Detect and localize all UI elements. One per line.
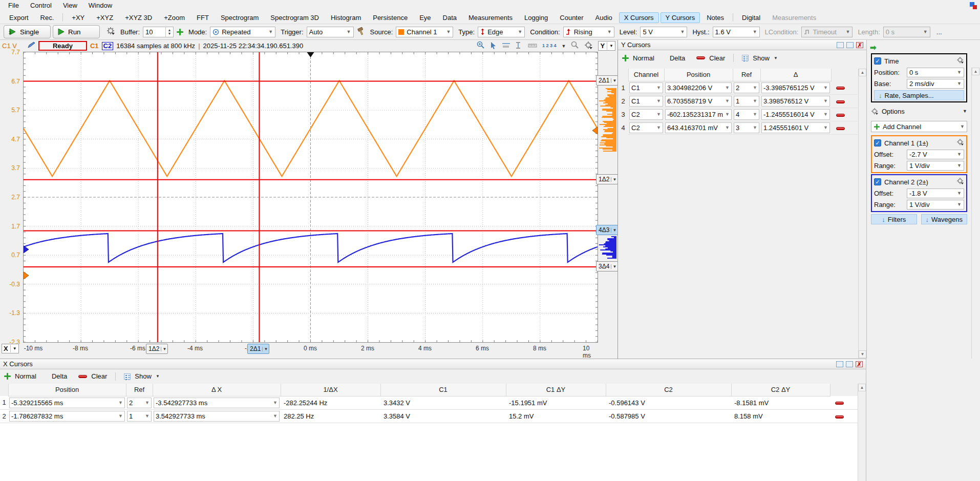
view-tab-spectrogram-3d[interactable]: Spectrogram 3D	[265, 12, 324, 23]
x-show-icon[interactable]	[124, 373, 131, 380]
view-tab--zoom[interactable]: +Zoom	[159, 12, 190, 23]
view-tab-notes[interactable]: Notes	[701, 12, 729, 23]
filters-button[interactable]: ↓Filters	[871, 214, 917, 224]
x-delta-box-1Δ2[interactable]: 1Δ2▼	[146, 344, 168, 354]
x-cursor-ref-select[interactable]: 2▼	[127, 398, 152, 408]
menu-view[interactable]: View	[58, 0, 82, 11]
waveform-plot[interactable]	[23, 52, 598, 343]
measure-dropdown-icon[interactable]: ▼	[561, 44, 566, 49]
y-clear-icon[interactable]	[696, 56, 705, 59]
view-tab--xy[interactable]: +XY	[67, 12, 90, 23]
y-cursor-channel-select[interactable]: C2▼	[629, 122, 663, 133]
wavegens-button[interactable]: ↓Wavegens	[921, 214, 967, 224]
channel2-offset-select[interactable]: -1.8 V▼	[907, 189, 964, 198]
y-cursor-position-select[interactable]: 3.304982206 V▼	[665, 82, 732, 93]
channel1-offset-select[interactable]: -2.7 V▼	[907, 150, 964, 159]
level-select[interactable]: 5 V▼	[640, 27, 687, 37]
x-clear-button[interactable]: Clear	[91, 372, 107, 380]
time-gear-icon[interactable]	[956, 57, 964, 65]
menu-file[interactable]: File	[3, 0, 24, 11]
collapse-arrow-icon[interactable]: ➡	[870, 43, 877, 52]
view-tab-rec-[interactable]: Rec.	[35, 12, 59, 23]
view-tab-logging[interactable]: Logging	[519, 12, 553, 23]
y-cursor-delta-select[interactable]: 1.245551601 V▼	[761, 122, 830, 133]
zoom-in-icon[interactable]	[477, 41, 485, 51]
view-tab-x-cursors[interactable]: X Cursors	[619, 12, 659, 23]
view-tab-measurements[interactable]: Measurements	[463, 12, 518, 23]
y-clear-button[interactable]: Clear	[709, 54, 725, 62]
x-show-button[interactable]: Show	[135, 372, 152, 380]
view-tab-export[interactable]: Export	[4, 12, 34, 23]
time-base-select[interactable]: 2 ms/div▼	[907, 79, 964, 89]
x-panel-float-button[interactable]	[836, 361, 843, 367]
horizontal-cursor-tool-icon[interactable]	[502, 41, 510, 50]
x-panel-close-button[interactable]: ✗	[856, 361, 863, 367]
options-row[interactable]: Options ▼	[871, 106, 967, 117]
y-cursor-ref-select[interactable]: 4▼	[734, 109, 759, 120]
menu-control[interactable]: Control	[25, 0, 57, 11]
x-table-scrollbar[interactable]: ▲	[858, 384, 866, 481]
channel1-checkbox[interactable]: ✓	[874, 139, 881, 147]
y-delta-box-4Δ3[interactable]: 4Δ3▼	[596, 225, 618, 235]
x-panel-maximize-button[interactable]	[846, 361, 853, 367]
c2-tag[interactable]: C2	[102, 42, 114, 50]
x-cursor-dx-select[interactable]: -3.542927733 ms▼	[154, 398, 280, 408]
y-cursor-ref-select[interactable]: 3▼	[734, 122, 759, 133]
plot-settings-gear-icon[interactable]	[584, 41, 593, 51]
x-cursor-position-select[interactable]: -1.786287832 ms▼	[9, 411, 125, 422]
acquisition-gear-icon[interactable]	[106, 27, 115, 36]
buffer-spinner[interactable]: 10 ▲▼	[143, 27, 174, 37]
buffer-spin-arrows[interactable]: ▲▼	[165, 27, 173, 37]
sidebar-scrollbar[interactable]: ▲	[971, 68, 980, 359]
y-panel-maximize-button[interactable]	[846, 42, 854, 48]
x-cursor-delete-cursor-button[interactable]	[835, 402, 844, 405]
y-cursor-delta-select[interactable]: 3.398576512 V▼	[761, 96, 830, 107]
y-delta-box-3Δ4[interactable]: 3Δ4▼	[596, 261, 618, 271]
source-select[interactable]: Channel 1▼	[396, 27, 453, 37]
view-tab--xyz-3d[interactable]: +XYZ 3D	[120, 12, 157, 23]
channel2-range-select[interactable]: 1 V/div▼	[907, 200, 964, 210]
x-cursor-delete-cursor-button[interactable]	[835, 415, 844, 419]
channel1-range-select[interactable]: 1 V/div▼	[907, 161, 964, 171]
add-channel-button[interactable]: Add Channel▼	[871, 121, 967, 132]
pointer-tool-icon[interactable]	[490, 41, 497, 51]
y-cursor-position-select[interactable]: 6.703558719 V▼	[665, 96, 732, 107]
y-add-normal-icon[interactable]	[622, 55, 629, 61]
y-delta-box-2Δ1[interactable]: 2Δ1▼	[596, 75, 618, 86]
y-cursor-position-select[interactable]: 643.4163701 mV▼	[665, 122, 732, 133]
x-cursor-position-select[interactable]: -5.329215565 ms▼	[9, 398, 125, 408]
view-tab-y-cursors[interactable]: Y Cursors	[661, 12, 700, 23]
y-cursor-delta-select[interactable]: -3.3985765125 V▼	[761, 82, 830, 93]
y-cursor-delete-cursor-button[interactable]	[836, 127, 845, 130]
channel2-checkbox[interactable]: ✓	[874, 178, 881, 185]
y-normal-button[interactable]: Normal	[633, 54, 654, 62]
x-delta-button[interactable]: Delta	[52, 372, 67, 380]
edit-pencil-icon[interactable]	[27, 41, 35, 50]
y-cursor-channel-select[interactable]: C1▼	[629, 96, 663, 107]
ruler-tool-icon[interactable]	[528, 42, 537, 50]
condition-select[interactable]: Rising▼	[563, 27, 614, 37]
c1-tag[interactable]: C1	[90, 42, 99, 50]
x-delta-box-2Δ1[interactable]: 2Δ1▼	[247, 344, 269, 354]
y-cursor-channel-select[interactable]: C1▼	[629, 82, 663, 93]
x-axis-selector[interactable]: X▼	[2, 344, 19, 353]
hysteresis-select[interactable]: 1.6 V▼	[713, 27, 760, 37]
y-cursor-ref-select[interactable]: 2▼	[734, 82, 759, 93]
view-tab-counter[interactable]: Counter	[555, 12, 588, 23]
y-axis-selector[interactable]: Y▼	[598, 41, 615, 51]
single-button[interactable]: 1 Single	[4, 26, 50, 38]
run-button[interactable]: Run	[53, 26, 99, 38]
add-buffer-icon[interactable]	[177, 29, 183, 35]
scope-canvas[interactable]	[24, 52, 598, 342]
y-table-scrollbar[interactable]: ▲ ▼	[858, 69, 867, 359]
view-tab-digital[interactable]: Digital	[737, 12, 765, 23]
y-panel-float-button[interactable]	[837, 42, 844, 48]
y-panel-close-button[interactable]: ✗	[856, 42, 863, 48]
toolbar-overflow[interactable]: ...	[936, 28, 942, 36]
type-select[interactable]: Edge▼	[478, 27, 525, 37]
quick-measure-icon[interactable]: 1 2 3 4	[542, 44, 557, 48]
menu-window[interactable]: Window	[83, 0, 117, 11]
y-cursor-delete-cursor-button[interactable]	[836, 100, 845, 103]
x-cursor-dx-select[interactable]: 3.542927733 ms▼	[154, 411, 280, 422]
x-cursor-ref-select[interactable]: 1▼	[127, 411, 152, 422]
